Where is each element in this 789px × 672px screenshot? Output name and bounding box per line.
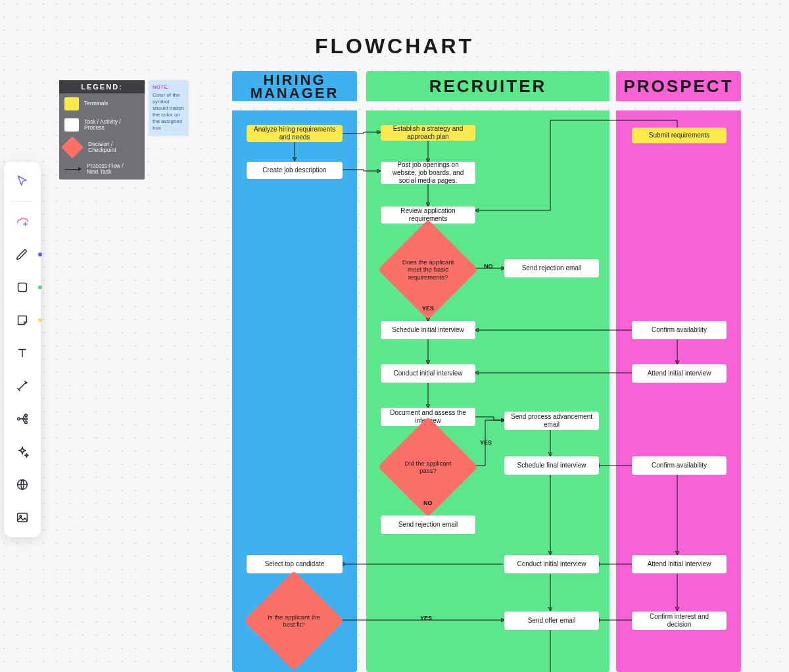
legend-row-decision: Decision / Checkpoint (59, 135, 145, 159)
swatch-terminal (64, 97, 79, 110)
node-conf1[interactable]: Confirm availability (632, 321, 727, 339)
text-icon[interactable] (8, 339, 37, 368)
shape-color-indicator (38, 285, 42, 289)
edge-no2: NO (423, 500, 433, 506)
mindmap-icon[interactable] (8, 404, 37, 433)
sticky-icon[interactable] (8, 306, 37, 335)
node-post[interactable]: Post job openings on website, job boards… (381, 162, 475, 184)
node-advance[interactable]: Send process advancement email (504, 412, 599, 430)
node-qualify[interactable]: Does the applicant meet the basic requir… (393, 234, 464, 305)
swatch-arrow (64, 165, 82, 173)
node-pass[interactable]: Did the applicant pass? (393, 431, 464, 502)
connector-icon[interactable] (8, 372, 37, 400)
legend-row-terminals: Terminals (59, 93, 145, 114)
node-attend2[interactable]: Attend initial interview (632, 555, 727, 573)
toolbar-separator (12, 201, 33, 202)
pen-color-indicator (38, 252, 42, 256)
legend-label: Task / Activity / Process (84, 119, 124, 132)
edge-yes2: YES (480, 439, 492, 446)
node-schedule1[interactable]: Schedule initial interview (381, 321, 475, 339)
legend-row-task: Task / Activity / Process (59, 114, 145, 135)
lane-header-recruiter[interactable]: RECRUITER (366, 71, 610, 101)
lane-body-prospect (616, 110, 741, 672)
ai-icon[interactable] (8, 207, 37, 236)
node-pass-label: Did the applicant pass? (398, 460, 458, 475)
node-reject2[interactable]: Send rejection email (381, 516, 475, 534)
legend-label: Terminals (84, 101, 124, 107)
node-conf2[interactable]: Confirm availability (632, 456, 727, 475)
cursor-icon[interactable] (8, 167, 37, 196)
swatch-decision (61, 136, 84, 158)
node-qualify-label: Does the applicant meet the basic requir… (398, 258, 458, 281)
lane-header-hiring[interactable]: HIRING MANAGER (232, 71, 357, 101)
node-decision[interactable]: Confirm interest and decision (632, 612, 727, 630)
image-icon[interactable] (8, 503, 37, 532)
node-conduct2[interactable]: Conduct initial interview (504, 555, 599, 573)
svg-rect-0 (18, 283, 27, 292)
sparkle-icon[interactable] (8, 437, 37, 466)
node-offer[interactable]: Send offer email (504, 612, 599, 630)
lane-header-prospect[interactable]: PROSPECT (616, 71, 741, 101)
swimlane-canvas[interactable]: HIRING MANAGER RECRUITER PROSPECT (232, 71, 750, 672)
legend-card[interactable]: LEGEND: Terminals Task / Activity / Proc… (59, 80, 145, 180)
edge-no1: NO (484, 263, 493, 270)
legend-row-flow: Process Flow / Next Task (59, 159, 145, 180)
node-bestfit-label: Is the applicant the best fit? (264, 613, 323, 629)
legend-label: Decision / Checkpoint (88, 141, 128, 154)
node-bestfit[interactable]: Is the applicant the best fit? (258, 585, 329, 656)
lane-body-recruiter (366, 110, 610, 672)
canvas-title: FLOWCHART (0, 34, 789, 59)
shape-icon[interactable] (8, 273, 37, 302)
legend-heading: LEGEND: (59, 80, 145, 93)
node-conduct1[interactable]: Conduct initial interview (381, 364, 475, 383)
note-heading: NOTE: (153, 84, 184, 91)
node-attend1[interactable]: Attend initial interview (632, 364, 727, 383)
note-body: Color of the symbol should match the col… (153, 92, 184, 131)
legend-note[interactable]: NOTE: Color of the symbol should match t… (149, 80, 188, 135)
edge-yes1: YES (422, 305, 434, 312)
node-submit[interactable]: Submit requirements (632, 128, 727, 143)
legend-label: Process Flow / Next Task (87, 163, 126, 176)
sticky-color-indicator (38, 318, 42, 322)
svg-rect-6 (18, 514, 28, 522)
node-select[interactable]: Select top candidate (247, 555, 343, 573)
vertical-toolbar (4, 162, 41, 537)
edge-yes3: YES (420, 615, 432, 621)
swatch-task (64, 118, 79, 132)
node-strategy[interactable]: Establish a strategy and approach plan (381, 125, 475, 141)
web-icon[interactable] (8, 470, 37, 499)
node-schedfinal[interactable]: Schedule final interview (504, 456, 599, 475)
node-analyze[interactable]: Analyze hiring requirements and needs (247, 125, 343, 142)
node-reject1[interactable]: Send rejection email (504, 259, 599, 277)
legend-group[interactable]: LEGEND: Terminals Task / Activity / Proc… (59, 80, 188, 180)
svg-point-7 (20, 516, 22, 517)
node-jobdesc[interactable]: Create job description (247, 162, 343, 179)
pen-icon[interactable] (8, 240, 37, 269)
